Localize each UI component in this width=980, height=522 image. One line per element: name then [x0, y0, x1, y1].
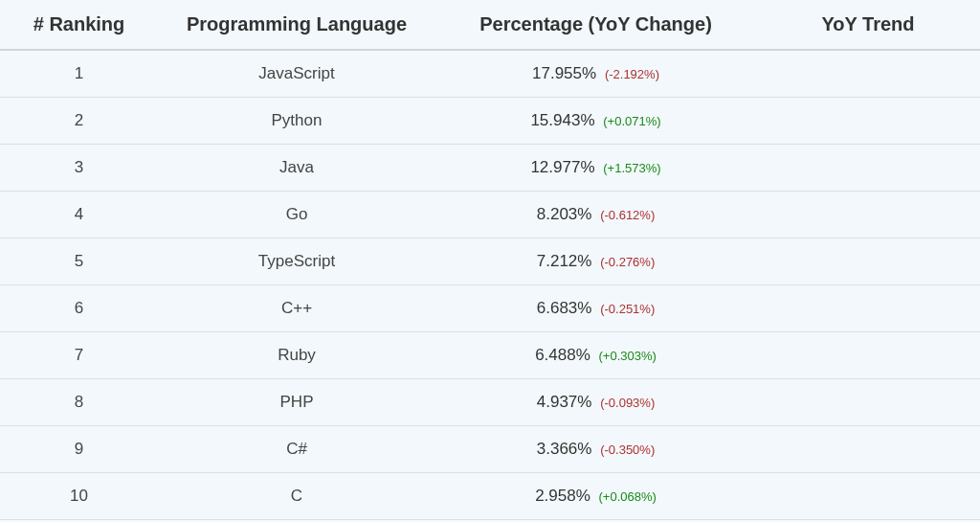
percentage-value: 15.943% [530, 111, 594, 129]
trend-cell [756, 50, 980, 98]
percentage-value: 2.958% [535, 487, 590, 505]
rank-cell: 5 [0, 238, 158, 285]
trend-cell [756, 238, 980, 285]
rank-cell: 1 [0, 50, 158, 98]
yoy-change: (-0.093%) [600, 396, 655, 410]
trend-cell [756, 98, 980, 145]
ranking-table: # Ranking Programming Language Percentag… [0, 0, 980, 520]
table-row: 8PHP4.937% (-0.093%) [0, 379, 980, 426]
rank-cell: 4 [0, 192, 158, 238]
ranking-table-head: # Ranking Programming Language Percentag… [0, 0, 980, 50]
language-cell: PHP [158, 379, 435, 426]
yoy-change: (-0.350%) [600, 443, 655, 457]
table-row: 5TypeScript7.212% (-0.276%) [0, 238, 980, 285]
yoy-change: (+0.303%) [599, 349, 657, 363]
trend-cell [756, 473, 980, 520]
percentage-value: 4.937% [537, 393, 592, 411]
language-cell: Go [158, 192, 435, 238]
col-header-ranking[interactable]: # Ranking [0, 0, 158, 50]
percentage-cell: 15.943% (+0.071%) [435, 98, 756, 145]
language-cell: TypeScript [158, 238, 435, 285]
language-cell: Python [158, 98, 435, 145]
language-cell: Java [158, 145, 435, 192]
table-row: 9C#3.366% (-0.350%) [0, 426, 980, 473]
percentage-value: 12.977% [530, 158, 594, 176]
yoy-change: (-0.276%) [600, 255, 655, 269]
yoy-change: (-0.612%) [600, 208, 655, 222]
table-row: 10C2.958% (+0.068%) [0, 473, 980, 520]
trend-cell [756, 192, 980, 238]
rank-cell: 8 [0, 379, 158, 426]
percentage-value: 3.366% [537, 440, 592, 458]
percentage-value: 6.488% [535, 346, 590, 364]
trend-cell [756, 332, 980, 379]
language-cell: Ruby [158, 332, 435, 379]
table-row: 2Python15.943% (+0.071%) [0, 98, 980, 145]
ranking-table-body: 1JavaScript17.955% (-2.192%)2Python15.94… [0, 50, 980, 520]
percentage-cell: 6.683% (-0.251%) [435, 285, 756, 332]
percentage-cell: 6.488% (+0.303%) [435, 332, 756, 379]
percentage-value: 7.212% [537, 252, 592, 270]
yoy-change: (+0.071%) [603, 114, 660, 128]
col-header-trend[interactable]: YoY Trend [756, 0, 980, 50]
percentage-cell: 12.977% (+1.573%) [435, 145, 756, 192]
percentage-cell: 17.955% (-2.192%) [435, 50, 756, 98]
rank-cell: 3 [0, 145, 158, 192]
yoy-change: (-0.251%) [600, 302, 655, 316]
language-cell: JavaScript [158, 50, 435, 98]
yoy-change: (-2.192%) [605, 67, 659, 81]
table-row: 7Ruby6.488% (+0.303%) [0, 332, 980, 379]
percentage-cell: 8.203% (-0.612%) [435, 192, 756, 238]
rank-cell: 10 [0, 473, 158, 520]
rank-cell: 2 [0, 98, 158, 145]
yoy-change: (+0.068%) [599, 489, 657, 504]
trend-cell [756, 145, 980, 192]
language-cell: C [158, 473, 435, 520]
trend-cell [756, 426, 980, 473]
yoy-change: (+1.573%) [603, 161, 660, 175]
percentage-cell: 2.958% (+0.068%) [435, 473, 756, 520]
table-row: 3Java12.977% (+1.573%) [0, 145, 980, 192]
col-header-percentage[interactable]: Percentage (YoY Change) [435, 0, 756, 50]
percentage-value: 6.683% [537, 299, 592, 317]
percentage-value: 17.955% [532, 64, 596, 82]
language-cell: C# [158, 426, 435, 473]
trend-cell [756, 285, 980, 332]
percentage-cell: 4.937% (-0.093%) [435, 379, 756, 426]
rank-cell: 6 [0, 285, 158, 332]
percentage-value: 8.203% [537, 205, 592, 223]
col-header-language[interactable]: Programming Language [158, 0, 435, 50]
percentage-cell: 3.366% (-0.350%) [435, 426, 756, 473]
language-cell: C++ [158, 285, 435, 332]
trend-cell [756, 379, 980, 426]
table-row: 4Go8.203% (-0.612%) [0, 192, 980, 238]
rank-cell: 9 [0, 426, 158, 473]
table-row: 6C++6.683% (-0.251%) [0, 285, 980, 332]
table-row: 1JavaScript17.955% (-2.192%) [0, 50, 980, 98]
rank-cell: 7 [0, 332, 158, 379]
percentage-cell: 7.212% (-0.276%) [435, 238, 756, 285]
